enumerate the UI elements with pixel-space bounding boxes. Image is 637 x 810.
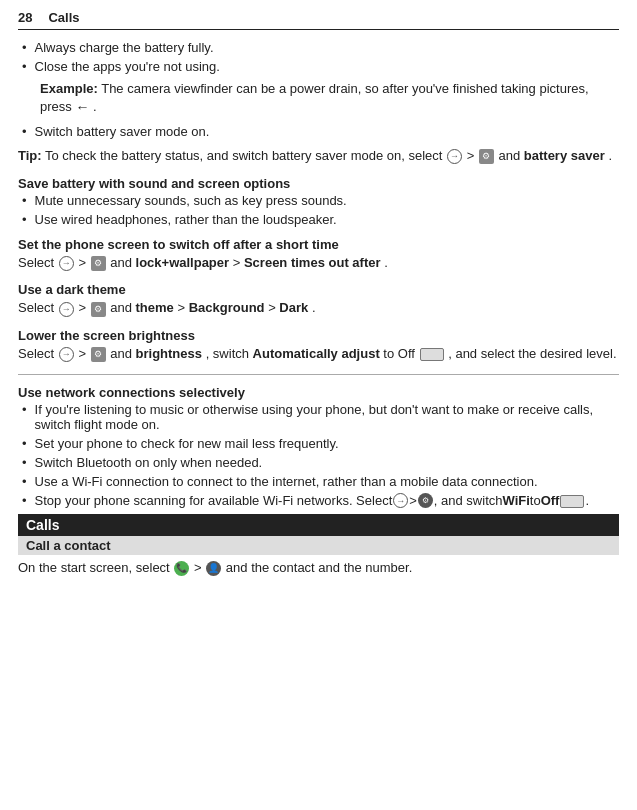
- brightness-pre: Select: [18, 346, 58, 361]
- settings-gear-icon: ⚙: [479, 149, 494, 164]
- chevron2: >: [78, 255, 89, 270]
- dark-theme-mid1: and: [110, 300, 135, 315]
- tip-label: Tip:: [18, 148, 42, 163]
- tip-block: Tip: To check the battery status, and sw…: [18, 147, 619, 166]
- network-last-mid: , and switch: [434, 493, 503, 508]
- brightness-word: brightness: [136, 346, 202, 361]
- example-period: .: [93, 99, 97, 114]
- network-last-period: .: [585, 493, 589, 508]
- network-last-to: to: [530, 493, 541, 508]
- list-item-text: Set your phone to check for new mail les…: [35, 436, 339, 451]
- call-contact-header-text: Call a contact: [26, 538, 111, 553]
- battery-saver-text: battery saver: [524, 148, 605, 163]
- tip-end: and: [499, 148, 524, 163]
- list-item-text: If you're listening to music or otherwis…: [35, 402, 619, 432]
- set-screen-mid1: and: [110, 255, 135, 270]
- list-item-text: Close the apps you're not using.: [35, 59, 220, 74]
- toggle-box-icon-2: [560, 495, 584, 508]
- call-contact-end: and the contact and the number.: [226, 560, 412, 575]
- calls-section-header: Calls: [18, 514, 619, 536]
- chevron4: >: [78, 346, 89, 361]
- header-title: Calls: [48, 10, 79, 25]
- save-battery-bullets: Mute unnecessary sounds, such as key pre…: [18, 193, 619, 227]
- back-arrow-icon: ←: [75, 99, 89, 115]
- list-item: Use a Wi-Fi connection to connect to the…: [18, 474, 619, 489]
- brightness-mid2: , switch: [206, 346, 253, 361]
- page-container: 28 Calls Always charge the battery fully…: [0, 0, 637, 590]
- list-item-text: Switch Bluetooth on only when needed.: [35, 455, 263, 470]
- tip-period: .: [608, 148, 612, 163]
- list-item-text: Use a Wi-Fi connection to connect to the…: [35, 474, 538, 489]
- third-bullet-list: Switch battery saver mode on.: [18, 124, 619, 139]
- settings-gear-icon-3: ⚙: [91, 302, 106, 317]
- list-item: Close the apps you're not using.: [18, 59, 619, 74]
- dark-theme-arrow1: >: [177, 300, 188, 315]
- brightness-mid1: and: [110, 346, 135, 361]
- dark-theme-title: Use a dark theme: [18, 282, 619, 297]
- set-screen-body: Select → > ⚙ and lock+wallpaper > Screen…: [18, 254, 619, 273]
- list-item-text: Mute unnecessary sounds, such as key pre…: [35, 193, 347, 208]
- set-screen-pre: Select: [18, 255, 58, 270]
- list-item: Mute unnecessary sounds, such as key pre…: [18, 193, 619, 208]
- page-number: 28: [18, 10, 32, 25]
- list-item: Switch Bluetooth on only when needed.: [18, 455, 619, 470]
- network-bullet-list: If you're listening to music or otherwis…: [18, 402, 619, 508]
- chevron5: >: [409, 493, 417, 508]
- background-text: Background: [189, 300, 265, 315]
- list-item: Set your phone to check for new mail les…: [18, 436, 619, 451]
- list-item: Use wired headphones, rather than the lo…: [18, 212, 619, 227]
- save-battery-title: Save battery with sound and screen optio…: [18, 176, 619, 191]
- dark-theme-period: .: [312, 300, 316, 315]
- list-item: If you're listening to music or otherwis…: [18, 402, 619, 432]
- example-block: Example: The camera viewfinder can be a …: [40, 80, 619, 118]
- toggle-off-icon-2: [559, 493, 585, 508]
- toggle-off-icon: [419, 346, 449, 361]
- example-text: The camera viewfinder can be a power dra…: [40, 81, 589, 114]
- dark-text: Dark: [279, 300, 308, 315]
- nav-circle-icon-4: →: [59, 347, 74, 362]
- call-contact-body-text: On the start screen, select: [18, 560, 170, 575]
- chevron-call: >: [194, 560, 205, 575]
- dark-theme-pre: Select: [18, 300, 58, 315]
- set-screen-period: .: [384, 255, 388, 270]
- divider-1: [18, 374, 619, 375]
- calls-header-text: Calls: [26, 517, 59, 533]
- list-item: Always charge the battery fully.: [18, 40, 619, 55]
- off-bold-text: Off: [541, 493, 560, 508]
- example-label: Example:: [40, 81, 98, 96]
- list-item: Switch battery saver mode on.: [18, 124, 619, 139]
- call-contact-subheader: Call a contact: [18, 536, 619, 555]
- wifi-bold-text: WiFi: [503, 493, 530, 508]
- set-screen-title: Set the phone screen to switch off after…: [18, 237, 619, 252]
- nav-circle-icon-3: →: [59, 302, 74, 317]
- set-screen-arrow: >: [233, 255, 244, 270]
- tip-text: To check the battery status, and switch …: [45, 148, 446, 163]
- brightness-to-off: to Off: [383, 346, 415, 361]
- contacts-icon: 👤: [206, 561, 221, 576]
- nav-circle-icon-2: →: [59, 256, 74, 271]
- top-bullet-list: Always charge the battery fully. Close t…: [18, 40, 619, 74]
- nav-circle-icon: →: [447, 149, 462, 164]
- lock-wallpaper-text: lock+wallpaper: [136, 255, 230, 270]
- brightness-body: Select → > ⚙ and brightness , switch Aut…: [18, 345, 619, 364]
- chevron3: >: [78, 300, 89, 315]
- settings-gear-icon-4: ⚙: [91, 347, 106, 362]
- list-item-text: Stop your phone scanning for available W…: [35, 493, 393, 508]
- auto-adjust-text: Automatically adjust: [253, 346, 380, 361]
- brightness-title: Lower the screen brightness: [18, 328, 619, 343]
- brightness-end: , and select the desired level.: [448, 346, 616, 361]
- nav-circle-icon-5: →: [393, 493, 408, 508]
- list-item-text: Always charge the battery fully.: [35, 40, 214, 55]
- list-item-text: Switch battery saver mode on.: [35, 124, 210, 139]
- wifi-settings-icon: ⚙: [418, 493, 433, 508]
- page-header: 28 Calls: [18, 10, 619, 30]
- list-item-text: Use wired headphones, rather than the lo…: [35, 212, 337, 227]
- list-item: Stop your phone scanning for available W…: [18, 493, 619, 508]
- theme-text: theme: [136, 300, 174, 315]
- chevron: >: [467, 148, 478, 163]
- call-contact-body: On the start screen, select 📞 > 👤 and th…: [18, 557, 619, 580]
- dark-theme-arrow2: >: [268, 300, 279, 315]
- dark-theme-body: Select → > ⚙ and theme > Background > Da…: [18, 299, 619, 318]
- network-title: Use network connections selectively: [18, 385, 619, 400]
- phone-icon: 📞: [174, 561, 189, 576]
